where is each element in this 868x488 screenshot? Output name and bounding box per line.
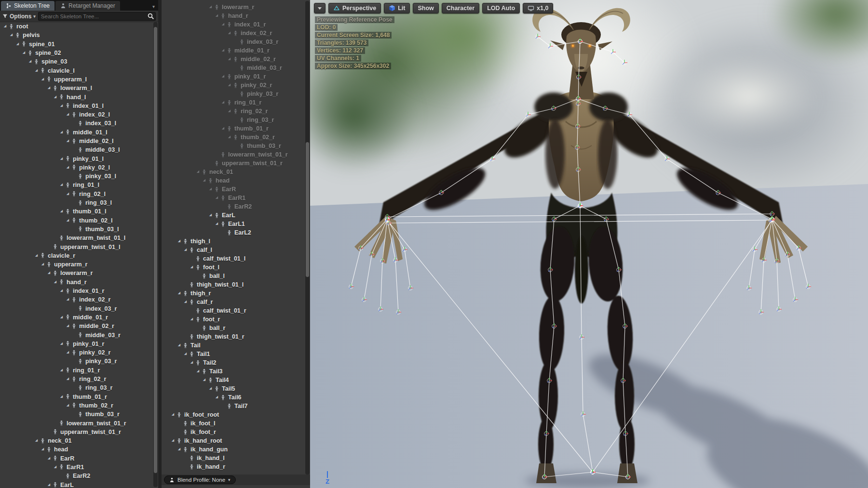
tree-item-Tail4[interactable]: ◢Tail4: [162, 376, 305, 384]
tree-item-spine_03[interactable]: ◢spine_03: [0, 57, 153, 66]
tree-item-middle_02_r[interactable]: ◢middle_02_r: [162, 55, 305, 64]
viewport-character-button[interactable]: Character: [442, 3, 479, 13]
expander-icon[interactable]: ◢: [65, 403, 71, 407]
expander-icon[interactable]: ◢: [214, 196, 220, 199]
tree-item-pinky_02_l[interactable]: ◢pinky_02_l: [0, 163, 153, 172]
expander-icon[interactable]: ◢: [201, 178, 207, 182]
viewport-show-button[interactable]: Show: [413, 3, 438, 13]
tree-item-Tail3[interactable]: ◢Tail3: [162, 367, 305, 376]
expander-icon[interactable]: ◢: [226, 31, 232, 35]
expander-icon[interactable]: ◢: [170, 438, 176, 442]
tree-item-middle_02_l[interactable]: ◢middle_02_l: [0, 137, 153, 145]
expander-icon[interactable]: ◢: [46, 483, 52, 487]
tree-item-middle_01_r[interactable]: ◢middle_01_r: [162, 46, 305, 55]
expander-icon[interactable]: ◢: [220, 100, 226, 104]
tree-item-thumb_03_r[interactable]: thumb_03_r: [0, 410, 153, 419]
expander-icon[interactable]: ◢: [40, 77, 46, 81]
tree-item-clavicle_r[interactable]: ◢clavicle_r: [0, 251, 153, 260]
tree-item-ring_01_l[interactable]: ◢ring_01_l: [0, 181, 153, 189]
expander-icon[interactable]: ◢: [220, 22, 226, 26]
tree-item-ik_hand_root[interactable]: ◢ik_hand_root: [162, 436, 305, 445]
tree-item-EarR2[interactable]: EarR2: [162, 202, 305, 211]
tree-item-index_03_r[interactable]: index_03_r: [162, 38, 305, 46]
viewport-lod-auto-button[interactable]: LOD Auto: [482, 3, 520, 13]
tree-item-Tail5[interactable]: ◢Tail5: [162, 384, 305, 393]
tree-item-hand_r[interactable]: ◢hand_r: [162, 12, 305, 20]
tree-item-lowerarm_l[interactable]: ◢lowerarm_l: [0, 84, 153, 92]
expander-icon[interactable]: ◢: [182, 352, 189, 356]
tree-item-pinky_02_r[interactable]: ◢pinky_02_r: [162, 81, 305, 90]
tree-item-EarR1[interactable]: ◢EarR1: [162, 194, 305, 202]
tree-item-thumb_02_r[interactable]: ◢thumb_02_r: [0, 401, 153, 410]
tree-item-Tail7[interactable]: Tail7: [162, 402, 305, 410]
tree-item-Tail[interactable]: ◢Tail: [162, 341, 305, 350]
expander-icon[interactable]: ◢: [182, 248, 189, 251]
tree-item-head[interactable]: ◢head: [0, 445, 153, 454]
expander-icon[interactable]: ◢: [189, 360, 195, 364]
tree-item-EarR2[interactable]: EarR2: [0, 472, 153, 480]
tree-item-thumb_01_l[interactable]: ◢thumb_01_l: [0, 207, 153, 216]
tree-item-thumb_02_r[interactable]: ◢thumb_02_r: [162, 133, 305, 142]
expander-icon[interactable]: ◢: [65, 324, 71, 328]
tree-item-upperarm_twist_01_r[interactable]: upperarm_twist_01_r: [162, 159, 305, 168]
tree-item-ring_03_l[interactable]: ring_03_l: [0, 198, 153, 207]
expander-icon[interactable]: ◢: [189, 317, 195, 321]
expander-icon[interactable]: ◢: [226, 83, 232, 87]
expander-icon[interactable]: ◢: [207, 386, 214, 390]
expander-icon[interactable]: ◢: [65, 218, 71, 222]
expander-icon[interactable]: ◢: [14, 42, 21, 46]
tree-item-spine_01[interactable]: ◢spine_01: [0, 40, 153, 49]
tree-item-pinky_03_r[interactable]: pinky_03_r: [0, 357, 153, 366]
tab-retarget-manager[interactable]: Retarget Manager: [55, 1, 120, 11]
tree-item-calf_l[interactable]: ◢calf_l: [162, 246, 305, 254]
expander-icon[interactable]: ◢: [27, 59, 33, 63]
expander-icon[interactable]: ◢: [40, 447, 46, 451]
expander-icon[interactable]: ◢: [207, 5, 214, 9]
expander-icon[interactable]: ◢: [58, 209, 65, 213]
tree-item-thumb_02_l[interactable]: ◢thumb_02_l: [0, 216, 153, 225]
tree-item-pinky_01_r[interactable]: ◢pinky_01_r: [162, 72, 305, 81]
expander-icon[interactable]: ◢: [58, 395, 65, 398]
tree-item-lowerarm_twist_01_r[interactable]: lowerarm_twist_01_r: [0, 419, 153, 427]
scrollbar[interactable]: [153, 22, 158, 487]
expander-icon[interactable]: ◢: [220, 48, 226, 52]
tree-item-index_03_l[interactable]: index_03_l: [0, 119, 153, 128]
tree-item-middle_02_r[interactable]: ◢middle_02_r: [0, 322, 153, 330]
expander-icon[interactable]: ◢: [189, 265, 195, 269]
tree-item-middle_01_r[interactable]: ◢middle_01_r: [0, 313, 153, 322]
tree-item-pinky_03_r[interactable]: pinky_03_r: [162, 90, 305, 98]
tree-item-ik_hand_r[interactable]: ik_hand_r: [162, 462, 305, 471]
expander-icon[interactable]: ◢: [33, 438, 40, 442]
options-button[interactable]: Options ▾: [2, 13, 36, 20]
expander-icon[interactable]: ◢: [58, 342, 65, 345]
tree-item-thumb_01_r[interactable]: ◢thumb_01_r: [162, 124, 305, 133]
tree-item-ik_hand_gun[interactable]: ◢ik_hand_gun: [162, 445, 305, 454]
expander-icon[interactable]: ◢: [214, 13, 220, 17]
tree-item-ring_01_r[interactable]: ◢ring_01_r: [162, 98, 305, 107]
viewport-perspective-button[interactable]: Perspective: [328, 3, 381, 13]
tree-item-root[interactable]: ◢root: [0, 22, 153, 31]
tree-item-ring_02_l[interactable]: ◢ring_02_l: [0, 190, 153, 198]
expander-icon[interactable]: ◢: [65, 192, 71, 196]
viewport-menu-button[interactable]: [314, 3, 326, 13]
tree-item-spine_02[interactable]: ◢spine_02: [0, 49, 153, 57]
viewport-x1-0-button[interactable]: x1,0: [523, 3, 553, 13]
expander-icon[interactable]: ◢: [58, 104, 65, 107]
tree-item-calf_r[interactable]: ◢calf_r: [162, 298, 305, 306]
tree-item-index_01_r[interactable]: ◢index_01_r: [0, 287, 153, 295]
tree-item-middle_03_r[interactable]: middle_03_r: [162, 64, 305, 72]
expander-icon[interactable]: ◢: [226, 57, 232, 61]
expander-icon[interactable]: ◢: [58, 183, 65, 186]
expander-icon[interactable]: ◢: [46, 456, 52, 460]
expander-icon[interactable]: ◢: [176, 291, 182, 295]
expander-icon[interactable]: ◢: [195, 170, 201, 173]
tree-item-neck_01[interactable]: ◢neck_01: [0, 436, 153, 445]
tree-item-hand_l[interactable]: ◢hand_l: [0, 92, 153, 101]
viewport-lit-button[interactable]: Lit: [384, 3, 410, 13]
tree-item-hand_r[interactable]: ◢hand_r: [0, 278, 153, 287]
expander-icon[interactable]: ◢: [58, 368, 65, 372]
tree-item-thigh_r[interactable]: ◢thigh_r: [162, 289, 305, 298]
tree-item-foot_l[interactable]: ◢foot_l: [162, 263, 305, 272]
tree-item-middle_03_r[interactable]: middle_03_r: [0, 330, 153, 339]
tree-item-ball_l[interactable]: ball_l: [162, 272, 305, 280]
